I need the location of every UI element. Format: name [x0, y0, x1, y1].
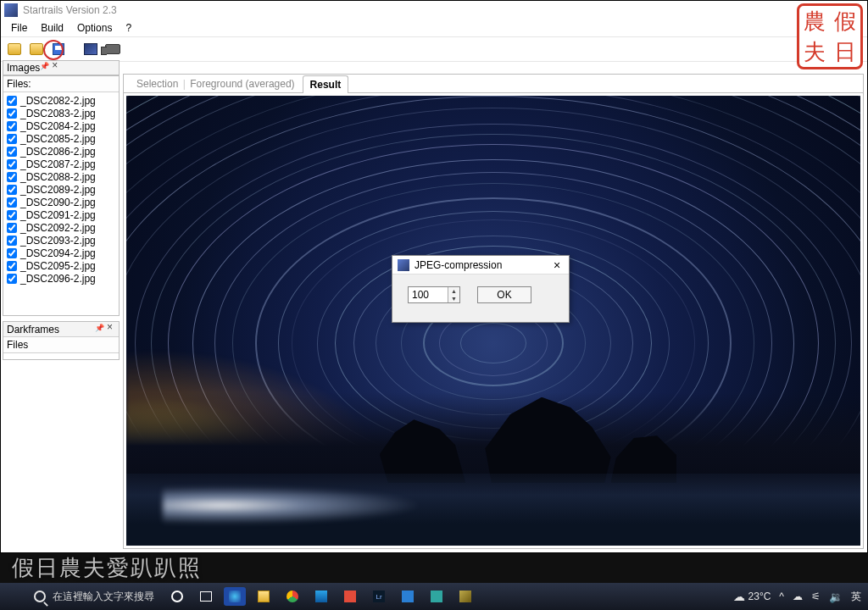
arrow-down-icon[interactable]: ▼: [448, 295, 459, 302]
file-checkbox[interactable]: [7, 248, 17, 258]
file-checkbox[interactable]: [7, 197, 17, 208]
file-row[interactable]: _DSC2095-2.jpg: [7, 259, 115, 272]
file-row[interactable]: _DSC2089-2.jpg: [7, 183, 115, 196]
pin-icon[interactable]: [95, 324, 105, 335]
tab-result[interactable]: Result: [303, 75, 349, 93]
menu-help[interactable]: ?: [120, 20, 136, 36]
file-checkbox[interactable]: [7, 210, 17, 220]
app-icon-red[interactable]: [339, 587, 361, 606]
open-images-button[interactable]: [6, 42, 23, 57]
video-button[interactable]: [104, 42, 121, 57]
file-row[interactable]: _DSC2094-2.jpg: [7, 247, 115, 259]
file-row[interactable]: _DSC2093-2.jpg: [7, 234, 115, 247]
close-icon[interactable]: ×: [550, 259, 564, 271]
search-icon: [34, 591, 46, 602]
dialog-titlebar[interactable]: JPEG-compression ×: [392, 256, 569, 274]
tab-selection-label: Selection: [136, 78, 178, 90]
tab-selection-foreground[interactable]: Selection | Foreground (averaged): [129, 75, 303, 92]
network-icon[interactable]: ⚟: [811, 591, 821, 602]
file-row[interactable]: _DSC2088-2.jpg: [7, 170, 115, 183]
app-icon-teal[interactable]: [426, 587, 448, 606]
search-placeholder: 在這裡輸入文字來搜尋: [53, 590, 154, 604]
file-list[interactable]: _DSC2082-2.jpg _DSC2083-2.jpg _DSC2084-2…: [3, 92, 119, 286]
file-name: _DSC2082-2.jpg: [20, 95, 96, 107]
explorer-icon[interactable]: [253, 587, 275, 606]
app-window: Startrails Version 2.3 File Build Option…: [0, 0, 868, 553]
file-checkbox[interactable]: [7, 147, 17, 157]
file-row[interactable]: _DSC2087-2.jpg: [7, 158, 115, 170]
file-checkbox[interactable]: [7, 185, 17, 195]
file-checkbox[interactable]: [7, 159, 17, 169]
spinner-arrows[interactable]: ▲▼: [448, 287, 459, 302]
compression-value-input[interactable]: [409, 287, 448, 302]
panel-images-title: Images: [7, 62, 40, 74]
file-name: _DSC2090-2.jpg: [20, 197, 96, 208]
taskbar: 在這裡輸入文字來搜尋 Lr ☁ 23°C ^ ☁ ⚟ 🔉 英: [0, 583, 868, 610]
close-icon[interactable]: [107, 325, 115, 334]
jpeg-compression-dialog[interactable]: JPEG-compression × ▲▼ OK: [392, 255, 570, 323]
close-icon[interactable]: [52, 64, 60, 72]
file-row[interactable]: _DSC2086-2.jpg: [7, 145, 115, 158]
ime-indicator[interactable]: 英: [851, 590, 861, 604]
taskview-icon[interactable]: [195, 587, 217, 606]
watermark-stamp: 農 假 夫 日: [797, 3, 863, 69]
file-row[interactable]: _DSC2091-2.jpg: [7, 208, 115, 221]
video-camera-icon: [105, 44, 120, 54]
compression-spinner[interactable]: ▲▼: [408, 286, 460, 303]
dialog-body: ▲▼ OK: [392, 274, 569, 315]
panel-images: Files: _DSC2082-2.jpg _DSC2083-2.jpg _DS…: [3, 75, 120, 316]
file-row[interactable]: _DSC2092-2.jpg: [7, 221, 115, 234]
file-checkbox[interactable]: [7, 108, 17, 119]
save-button[interactable]: [50, 42, 67, 57]
cortana-icon[interactable]: [166, 587, 188, 606]
app-icon-blue[interactable]: [397, 587, 419, 606]
file-checkbox[interactable]: [7, 261, 17, 271]
chrome-icon[interactable]: [281, 587, 303, 606]
edge-icon[interactable]: [224, 587, 246, 606]
startrails-taskbar-icon[interactable]: [454, 587, 476, 606]
bottom-strip: 假日農夫愛趴趴照 在這裡輸入文字來搜尋 Lr ☁ 23°C ^ ☁: [0, 553, 868, 610]
file-checkbox[interactable]: [7, 236, 17, 246]
menu-options[interactable]: Options: [72, 20, 117, 36]
tab-result-label: Result: [310, 79, 342, 91]
image-viewer-icon[interactable]: [310, 587, 332, 606]
file-row[interactable]: _DSC2090-2.jpg: [7, 196, 115, 208]
taskbar-search[interactable]: 在這裡輸入文字來搜尋: [34, 590, 154, 604]
file-row[interactable]: _DSC2082-2.jpg: [7, 94, 115, 107]
file-name: _DSC2085-2.jpg: [20, 133, 96, 145]
rock-silhouettes: [347, 392, 677, 482]
pin-icon[interactable]: [40, 63, 50, 73]
onedrive-icon[interactable]: ☁: [793, 591, 803, 602]
tab-foreground-label: Foreground (averaged): [190, 78, 294, 90]
weather-widget[interactable]: ☁ 23°C: [733, 590, 771, 603]
arrow-up-icon[interactable]: ▲: [448, 287, 459, 295]
toolbar: [1, 36, 867, 62]
lightroom-icon[interactable]: Lr: [368, 587, 390, 606]
file-row[interactable]: _DSC2084-2.jpg: [7, 119, 115, 132]
dialog-title: JPEG-compression: [415, 259, 545, 271]
open-darkframes-button[interactable]: [28, 42, 45, 57]
process-button[interactable]: [82, 42, 99, 57]
file-checkbox[interactable]: [7, 134, 17, 144]
menu-build[interactable]: Build: [36, 20, 69, 36]
tray-chevron-icon[interactable]: ^: [779, 591, 784, 602]
volume-icon[interactable]: 🔉: [829, 591, 843, 603]
file-name: _DSC2092-2.jpg: [20, 222, 96, 234]
file-checkbox[interactable]: [7, 223, 17, 233]
panel-darkframes-header[interactable]: Darkframes: [3, 322, 119, 337]
file-row[interactable]: _DSC2096-2.jpg: [7, 272, 115, 285]
menubar: File Build Options ?: [1, 19, 867, 36]
file-checkbox[interactable]: [7, 121, 17, 131]
file-name: _DSC2086-2.jpg: [20, 146, 96, 158]
file-checkbox[interactable]: [7, 172, 17, 182]
weather-icon: ☁: [733, 590, 745, 603]
panel-images-header[interactable]: Images: [3, 60, 120, 75]
side-panels: Files: _DSC2082-2.jpg _DSC2083-2.jpg _DS…: [3, 75, 120, 551]
file-checkbox[interactable]: [7, 274, 17, 284]
ok-button[interactable]: OK: [477, 286, 531, 303]
file-checkbox[interactable]: [7, 96, 17, 106]
file-row[interactable]: _DSC2083-2.jpg: [7, 107, 115, 119]
file-row[interactable]: _DSC2085-2.jpg: [7, 132, 115, 145]
file-name: _DSC2096-2.jpg: [20, 273, 96, 285]
menu-file[interactable]: File: [6, 20, 32, 36]
